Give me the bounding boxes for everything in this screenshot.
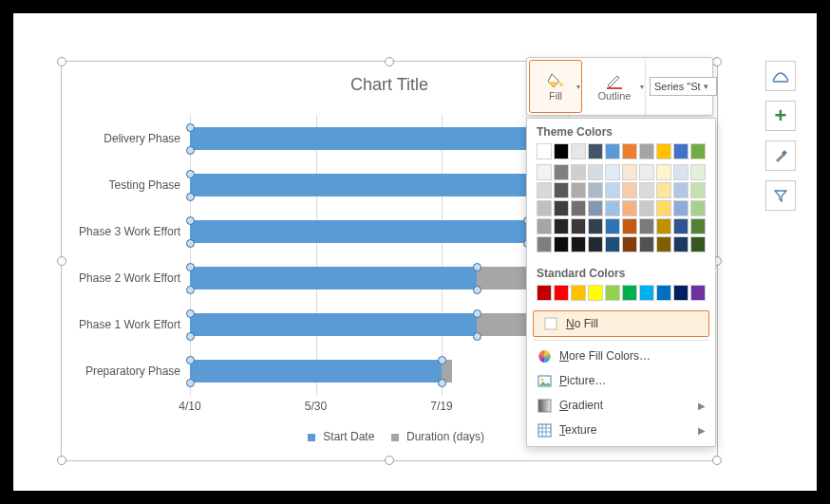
startdate-bar[interactable] xyxy=(190,360,442,383)
color-swatch[interactable] xyxy=(639,236,654,252)
series-selection-handle[interactable] xyxy=(438,356,446,364)
color-swatch[interactable] xyxy=(656,200,671,216)
color-swatch[interactable] xyxy=(554,182,569,198)
color-swatch[interactable] xyxy=(588,200,603,216)
series-selector[interactable]: ▾ xyxy=(645,58,712,115)
color-swatch[interactable] xyxy=(622,164,637,180)
chart-elements-button[interactable]: + xyxy=(765,101,796,131)
color-swatch[interactable] xyxy=(605,143,620,159)
startdate-bar[interactable] xyxy=(190,174,582,196)
color-swatch[interactable] xyxy=(673,218,689,234)
category-label[interactable]: Phase 3 Work Effort xyxy=(57,225,180,238)
color-swatch[interactable] xyxy=(656,218,671,234)
color-swatch[interactable] xyxy=(622,236,637,252)
color-swatch[interactable] xyxy=(588,143,603,159)
color-swatch[interactable] xyxy=(656,164,671,180)
x-tick-label[interactable]: 7/19 xyxy=(430,400,452,413)
color-swatch[interactable] xyxy=(588,285,603,301)
category-label[interactable]: Delivery Phase xyxy=(57,132,180,145)
color-swatch[interactable] xyxy=(690,285,706,301)
color-swatch[interactable] xyxy=(690,218,706,234)
color-swatch[interactable] xyxy=(690,200,706,216)
series-selection-handle[interactable] xyxy=(186,356,195,364)
color-swatch[interactable] xyxy=(690,236,706,252)
resize-handle[interactable] xyxy=(385,57,394,66)
more-fill-colors-item[interactable]: More Fill Colors… xyxy=(527,344,715,368)
color-swatch[interactable] xyxy=(622,182,637,198)
resize-handle[interactable] xyxy=(712,456,722,465)
color-swatch[interactable] xyxy=(605,285,620,301)
color-swatch[interactable] xyxy=(588,164,603,180)
color-swatch[interactable] xyxy=(639,285,654,301)
texture-fill-item[interactable]: Texture ▶ xyxy=(527,418,715,442)
series-selection-handle[interactable] xyxy=(473,286,481,294)
color-swatch[interactable] xyxy=(656,285,671,301)
x-tick-label[interactable]: 4/10 xyxy=(179,400,200,413)
color-swatch[interactable] xyxy=(639,218,654,234)
color-swatch[interactable] xyxy=(690,143,706,159)
color-swatch[interactable] xyxy=(673,182,689,198)
startdate-bar[interactable] xyxy=(190,313,477,336)
color-swatch[interactable] xyxy=(537,285,552,301)
color-swatch[interactable] xyxy=(537,236,552,252)
series-selection-handle[interactable] xyxy=(473,332,481,341)
series-selection-handle[interactable] xyxy=(473,263,481,271)
fill-button[interactable]: Fill ▾ xyxy=(529,60,582,113)
color-swatch[interactable] xyxy=(673,164,689,180)
color-swatch[interactable] xyxy=(554,164,569,180)
startdate-bar[interactable] xyxy=(190,220,527,243)
color-swatch[interactable] xyxy=(622,218,637,234)
series-selection-handle[interactable] xyxy=(186,332,195,341)
resize-handle[interactable] xyxy=(385,456,394,465)
chart-filters-button[interactable] xyxy=(765,180,796,211)
color-swatch[interactable] xyxy=(639,182,654,198)
color-swatch[interactable] xyxy=(673,143,689,159)
color-swatch[interactable] xyxy=(673,236,689,252)
color-swatch[interactable] xyxy=(571,143,586,159)
x-tick-label[interactable]: 5/30 xyxy=(305,400,327,413)
color-swatch[interactable] xyxy=(537,143,552,159)
color-swatch[interactable] xyxy=(571,285,586,301)
color-swatch[interactable] xyxy=(571,200,586,216)
series-selection-handle[interactable] xyxy=(186,379,195,387)
series-selection-handle[interactable] xyxy=(186,216,195,225)
color-swatch[interactable] xyxy=(605,236,620,252)
color-swatch[interactable] xyxy=(673,200,689,216)
series-selection-handle[interactable] xyxy=(473,309,481,318)
chart-layout-button[interactable] xyxy=(765,61,796,91)
color-swatch[interactable] xyxy=(588,182,603,198)
color-swatch[interactable] xyxy=(639,200,654,216)
color-swatch[interactable] xyxy=(554,236,569,252)
color-swatch[interactable] xyxy=(673,285,689,301)
color-swatch[interactable] xyxy=(605,218,620,234)
picture-fill-item[interactable]: Picture… xyxy=(527,368,715,393)
color-swatch[interactable] xyxy=(588,236,603,252)
color-swatch[interactable] xyxy=(639,143,654,159)
gradient-fill-item[interactable]: Gradient ▶ xyxy=(527,393,715,418)
chart-styles-button[interactable] xyxy=(765,140,796,171)
color-swatch[interactable] xyxy=(571,164,586,180)
color-swatch[interactable] xyxy=(605,164,620,180)
series-selection-handle[interactable] xyxy=(438,379,446,387)
series-selection-handle[interactable] xyxy=(186,286,195,294)
series-selection-handle[interactable] xyxy=(186,170,195,178)
outline-button[interactable]: Outline ▾ xyxy=(584,58,645,115)
series-selection-handle[interactable] xyxy=(186,193,195,201)
color-swatch[interactable] xyxy=(622,285,637,301)
color-swatch[interactable] xyxy=(588,218,603,234)
resize-handle[interactable] xyxy=(57,256,66,266)
no-fill-item[interactable]: No Fill xyxy=(533,310,709,337)
category-label[interactable]: Preparatory Phase xyxy=(57,364,180,378)
color-swatch[interactable] xyxy=(605,200,620,216)
startdate-bar[interactable] xyxy=(190,267,477,289)
color-swatch[interactable] xyxy=(656,182,671,198)
color-swatch[interactable] xyxy=(622,143,637,159)
resize-handle[interactable] xyxy=(57,456,66,465)
color-swatch[interactable] xyxy=(571,182,586,198)
color-swatch[interactable] xyxy=(690,182,706,198)
resize-handle[interactable] xyxy=(57,57,66,66)
color-swatch[interactable] xyxy=(554,200,569,216)
series-selection-handle[interactable] xyxy=(186,239,195,248)
color-swatch[interactable] xyxy=(537,182,552,198)
color-swatch[interactable] xyxy=(571,236,586,252)
